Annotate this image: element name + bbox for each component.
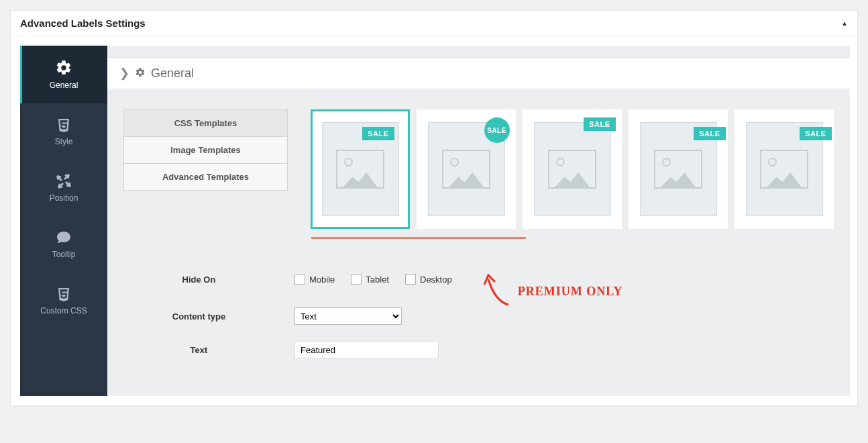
- checkbox-label: Desktop: [420, 275, 452, 285]
- preview-template-1[interactable]: SALE: [311, 109, 410, 229]
- sidebar-label: General: [50, 81, 78, 90]
- settings-sidebar: General Style Position Tooltip: [20, 46, 107, 396]
- form-row-content-type: Content type Text: [123, 299, 834, 333]
- sale-badge: SALE: [584, 117, 615, 131]
- sidebar-item-style[interactable]: Style: [20, 103, 107, 160]
- checkbox-mobile[interactable]: [294, 274, 305, 285]
- hide-on-tablet-option[interactable]: Tablet: [351, 274, 389, 285]
- image-placeholder-icon: [336, 150, 384, 189]
- sidebar-label: Style: [55, 137, 73, 146]
- preview-template-5[interactable]: SALE: [735, 109, 834, 229]
- sidebar-item-general[interactable]: General: [20, 46, 107, 103]
- sidebar-label: Custom CSS: [40, 306, 87, 315]
- preview-template-4[interactable]: SALE: [629, 109, 728, 229]
- template-previews: SALE SALE SALE: [311, 109, 834, 229]
- sidebar-item-tooltip[interactable]: Tooltip: [20, 216, 107, 273]
- gear-icon: [135, 67, 146, 80]
- template-type-tabs: CSS Templates Image Templates Advanced T…: [123, 109, 288, 191]
- selection-underline: [311, 237, 526, 239]
- checkbox-label: Tablet: [366, 275, 389, 285]
- chevron-right-icon: ❯: [119, 66, 129, 81]
- form-row-text: Text: [123, 333, 834, 366]
- hide-on-mobile-option[interactable]: Mobile: [294, 274, 335, 285]
- panel-body: General Style Position Tooltip: [11, 36, 857, 405]
- checkbox-label: Mobile: [309, 275, 335, 285]
- tab-bar-placeholder: [107, 46, 850, 58]
- template-tab-advanced[interactable]: Advanced Templates: [124, 164, 287, 190]
- breadcrumb-current: General: [151, 66, 194, 81]
- checkbox-tablet[interactable]: [351, 274, 362, 285]
- settings-panel: Advanced Labels Settings ▲ General Style: [10, 10, 858, 406]
- hide-on-desktop-option[interactable]: Desktop: [405, 274, 452, 285]
- sale-badge: SALE: [362, 127, 394, 140]
- form-section: Hide On Mobile Tablet: [123, 259, 834, 366]
- arrows-icon: [56, 173, 72, 189]
- comment-icon: [56, 230, 72, 246]
- preview-template-2[interactable]: SALE: [417, 109, 516, 229]
- checkbox-desktop[interactable]: [405, 274, 416, 285]
- arrow-icon: [482, 271, 515, 311]
- sidebar-item-custom-css[interactable]: Custom CSS: [20, 273, 107, 329]
- collapse-toggle-icon[interactable]: ▲: [841, 19, 848, 27]
- sidebar-item-position[interactable]: Position: [20, 160, 107, 216]
- css3-icon: [56, 286, 72, 302]
- panel-header: Advanced Labels Settings ▲: [11, 11, 857, 36]
- hide-on-label: Hide On: [123, 275, 294, 285]
- sidebar-label: Tooltip: [52, 250, 76, 259]
- main-content: ❯ General CSS Templates Image Templates …: [107, 46, 850, 396]
- gear-icon: [55, 59, 72, 77]
- premium-annotation: PREMIUM ONLY: [482, 271, 623, 311]
- image-placeholder-icon: [654, 150, 702, 189]
- template-tab-image[interactable]: Image Templates: [124, 137, 287, 164]
- content-area: CSS Templates Image Templates Advanced T…: [107, 89, 850, 396]
- sale-badge: SALE: [694, 127, 725, 140]
- text-input[interactable]: [294, 341, 439, 358]
- sale-badge: SALE: [800, 127, 831, 140]
- sale-badge: SALE: [484, 117, 510, 143]
- sidebar-label: Position: [50, 193, 78, 203]
- image-placeholder-icon: [548, 150, 596, 189]
- image-placeholder-icon: [760, 150, 808, 189]
- panel-title: Advanced Labels Settings: [20, 17, 146, 29]
- css3-icon: [56, 117, 72, 133]
- content-type-select[interactable]: Text: [294, 307, 402, 325]
- form-row-hide-on: Hide On Mobile Tablet: [123, 259, 834, 299]
- annotation-text: PREMIUM ONLY: [518, 285, 623, 299]
- text-label: Text: [123, 345, 294, 355]
- image-placeholder-icon: [442, 150, 490, 189]
- content-type-label: Content type: [123, 311, 294, 322]
- breadcrumb: ❯ General: [107, 58, 850, 89]
- preview-template-3[interactable]: SALE: [523, 109, 622, 229]
- template-tab-css[interactable]: CSS Templates: [124, 110, 287, 137]
